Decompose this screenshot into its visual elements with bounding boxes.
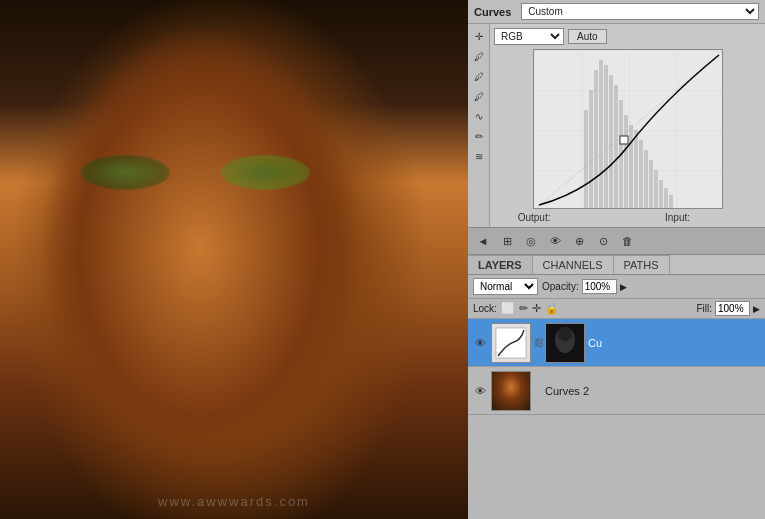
smooth-tool[interactable]: ≋ [470,147,488,165]
lock-all-icon[interactable]: 🔒 [545,302,559,315]
layer-visibility-toggle[interactable]: 👁 [472,383,488,399]
layers-section: ◄ ⊞ ◎ 👁 ⊕ ⊙ 🗑 LAYERS CHANNELS PATHS Norm… [468,227,765,519]
auto-button[interactable]: Auto [568,29,607,44]
curves-title-label: Curves [474,6,511,18]
link-icon[interactable]: ⊕ [569,231,589,251]
layer-thumb-face [492,372,530,410]
curves-header: Curves Custom [468,0,765,24]
output-input-row: Output: Input: [494,212,761,223]
layers-controls: Normal Opacity: ▶ [468,275,765,299]
curves-main: RGB Auto [490,24,765,227]
curves-toolbar: ✛ 🖊 🖊 🖊 ∿ ✏ ≋ RGB Auto [468,24,765,227]
layer-item[interactable]: 👁 ⛓ [468,319,765,367]
photo-background [0,0,468,519]
blend-mode-select[interactable]: Normal [473,278,538,295]
curves-preset-dropdown[interactable]: Custom [521,3,759,20]
output-label: Output: [518,212,551,223]
svg-marker-23 [714,208,723,209]
new-group-icon[interactable]: ⊞ [497,231,517,251]
curves-graph[interactable] [533,49,723,209]
svg-rect-21 [620,136,628,144]
pointer-tool[interactable]: ✛ [470,27,488,45]
watermark: www.awwwards.com [158,494,310,509]
svg-rect-19 [664,188,668,209]
back-icon[interactable]: ◄ [473,231,493,251]
svg-point-28 [558,327,572,341]
photo-area: www.awwwards.com [0,0,468,519]
eyedropper-gray[interactable]: 🖊 [470,67,488,85]
layer-thumbnail [491,371,531,411]
svg-rect-7 [604,65,608,209]
svg-rect-15 [644,150,648,209]
lock-position-icon[interactable]: ✛ [532,302,541,315]
delete-icon[interactable]: 🗑 [617,231,637,251]
channel-select[interactable]: RGB [494,28,564,45]
opacity-arrow[interactable]: ▶ [620,282,627,292]
channel-row: RGB Auto [494,28,761,45]
pencil-tool[interactable]: ✏ [470,127,488,145]
svg-rect-4 [589,90,593,209]
svg-rect-9 [614,85,618,209]
tab-layers[interactable]: LAYERS [468,255,533,274]
svg-rect-5 [594,70,598,209]
layer-mask-thumbnail [545,323,585,363]
eyedropper-white[interactable]: 🖊 [470,87,488,105]
layer-thumbnail [491,323,531,363]
fill-label: Fill: [696,303,712,314]
curves-panel: Curves Custom ✛ 🖊 🖊 🖊 ∿ ✏ ≋ [468,0,765,227]
layers-tabs: LAYERS CHANNELS PATHS [468,255,765,275]
svg-marker-22 [534,208,544,209]
svg-rect-13 [634,130,638,209]
eye-shadow-left [80,155,170,190]
mask-icon[interactable]: ⊙ [593,231,613,251]
opacity-input[interactable] [582,279,617,294]
svg-rect-14 [639,140,643,209]
eyedropper-black[interactable]: 🖊 [470,47,488,65]
lock-row: Lock: ⬜ ✏ ✛ 🔒 Fill: ▶ [468,299,765,319]
svg-rect-1 [534,50,723,209]
fill-row: Fill: ▶ [696,301,760,316]
eye-shadow-right [220,155,310,190]
input-label: Input: [665,212,690,223]
tab-paths[interactable]: PATHS [614,255,670,274]
svg-rect-11 [624,115,628,209]
svg-rect-3 [584,110,588,209]
curve-tool[interactable]: ∿ [470,107,488,125]
layer-item[interactable]: 👁 Curves 2 [468,367,765,415]
opacity-row: Opacity: ▶ [542,279,627,294]
opacity-label: Opacity: [542,281,579,292]
svg-rect-8 [609,75,613,209]
face-simulation [0,0,468,519]
mask-thumb-svg [546,324,584,362]
curves-svg [534,50,723,209]
fill-input[interactable] [715,301,750,316]
layer-chain-icon: ⛓ [534,337,542,348]
svg-rect-16 [649,160,653,209]
layer-thumb-svg [492,324,530,362]
main-container: www.awwwards.com Curves Custom ✛ 🖊 🖊 🖊 ∿ [0,0,765,519]
svg-rect-17 [654,170,658,209]
lock-paint-icon[interactable]: ✏ [519,302,528,315]
svg-rect-18 [659,180,663,209]
tab-channels[interactable]: CHANNELS [533,255,614,274]
layer-name-label: Curves 2 [545,385,761,397]
layers-toolbar: ◄ ⊞ ◎ 👁 ⊕ ⊙ 🗑 [468,227,765,255]
layer-visibility-toggle[interactable]: 👁 [472,335,488,351]
lock-label: Lock: [473,303,497,314]
svg-rect-6 [599,60,603,209]
visibility-icon[interactable]: ◎ [521,231,541,251]
layers-list: 👁 ⛓ [468,319,765,519]
eye-icon[interactable]: 👁 [545,231,565,251]
svg-rect-12 [629,125,633,209]
curves-tools-left: ✛ 🖊 🖊 🖊 ∿ ✏ ≋ [468,24,490,227]
fill-arrow[interactable]: ▶ [753,304,760,314]
layer-name-label: Cu [588,337,761,349]
svg-rect-20 [669,195,673,209]
lock-transparent-icon[interactable]: ⬜ [501,302,515,315]
right-panel: Curves Custom ✛ 🖊 🖊 🖊 ∿ ✏ ≋ [468,0,765,519]
